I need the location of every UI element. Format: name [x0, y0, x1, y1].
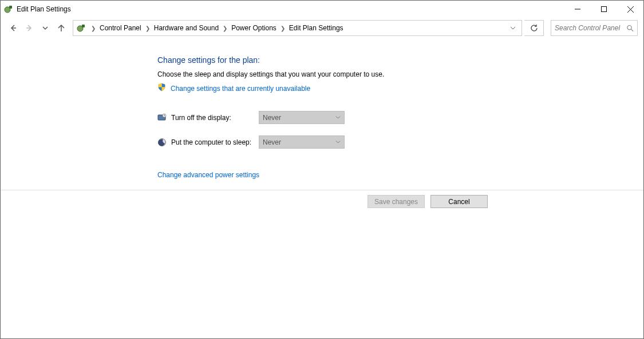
page-heading: Change settings for the plan: — [157, 55, 643, 65]
search-input[interactable] — [551, 20, 638, 36]
display-timeout-select[interactable]: Never — [259, 111, 345, 124]
footer: Save changes Cancel — [1, 190, 643, 213]
sleep-icon — [157, 138, 167, 147]
display-label: Turn off the display: — [171, 114, 259, 122]
uac-link[interactable]: Change settings that are currently unava… — [171, 85, 310, 93]
control-panel-icon — [77, 23, 86, 33]
forward-button[interactable] — [22, 21, 36, 35]
main-content: Change settings for the plan: Choose the… — [1, 38, 643, 180]
svg-rect-1 — [9, 6, 12, 9]
chevron-down-icon — [335, 138, 341, 146]
breadcrumb-item[interactable]: Edit Plan Settings — [288, 23, 345, 33]
svg-rect-3 — [602, 7, 607, 12]
recent-locations-button[interactable] — [38, 21, 52, 35]
sleep-timeout-value: Never — [263, 138, 281, 146]
breadcrumb-item[interactable]: Hardware and Sound — [153, 23, 220, 33]
uac-shield-icon — [157, 83, 166, 94]
chevron-right-icon[interactable]: ❯ — [143, 25, 153, 31]
display-timeout-value: Never — [263, 114, 281, 122]
chevron-down-icon[interactable] — [510, 25, 516, 31]
save-button[interactable]: Save changes — [368, 195, 425, 208]
chevron-right-icon[interactable]: ❯ — [88, 25, 98, 31]
chevron-right-icon[interactable]: ❯ — [278, 25, 288, 31]
app-icon — [4, 5, 13, 14]
search-field[interactable] — [555, 24, 627, 32]
sleep-timeout-select[interactable]: Never — [259, 135, 345, 149]
cancel-button[interactable]: Cancel — [430, 195, 488, 208]
nav-row: ❯ Control Panel ❯ Hardware and Sound ❯ P… — [1, 18, 643, 38]
window-title: Edit Plan Settings — [17, 5, 71, 13]
svg-point-11 — [627, 25, 631, 29]
chevron-down-icon — [335, 114, 341, 122]
svg-rect-10 — [82, 25, 85, 27]
page-subtext: Choose the sleep and display settings th… — [157, 70, 643, 78]
close-button[interactable] — [617, 1, 643, 18]
search-icon — [627, 25, 634, 32]
up-button[interactable] — [54, 21, 68, 35]
maximize-button[interactable] — [591, 1, 617, 18]
advanced-settings-link[interactable]: Change advanced power settings — [157, 171, 259, 179]
address-bar[interactable]: ❯ Control Panel ❯ Hardware and Sound ❯ P… — [73, 20, 522, 36]
breadcrumb-item[interactable]: Power Options — [230, 23, 278, 33]
titlebar: Edit Plan Settings — [1, 1, 643, 18]
display-icon — [157, 113, 167, 122]
breadcrumb-item[interactable]: Control Panel — [98, 23, 143, 33]
back-button[interactable] — [6, 21, 20, 35]
refresh-button[interactable] — [524, 20, 544, 36]
sleep-label: Put the computer to sleep: — [171, 138, 259, 146]
svg-line-12 — [631, 29, 633, 31]
minimize-button[interactable] — [564, 1, 591, 18]
chevron-right-icon[interactable]: ❯ — [220, 25, 230, 31]
